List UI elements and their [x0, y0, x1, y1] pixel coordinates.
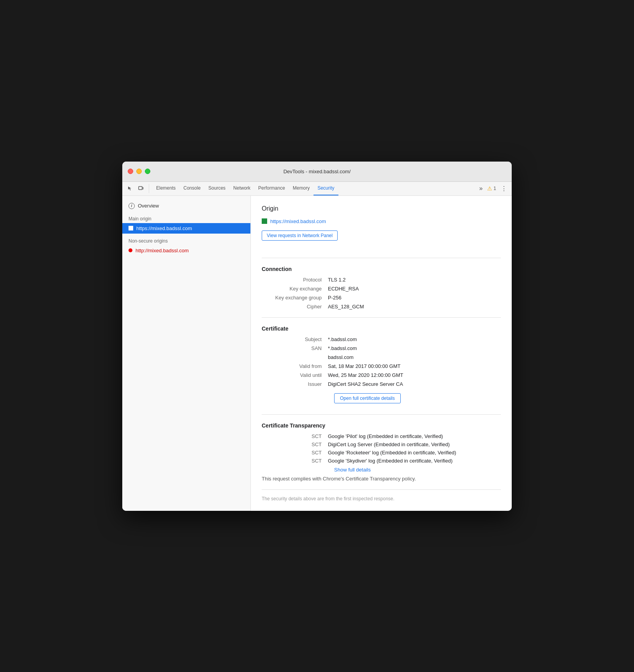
tab-console[interactable]: Console	[180, 182, 204, 195]
transparency-title: Certificate Transparency	[262, 422, 501, 429]
warning-badge[interactable]: ⚠ 1	[487, 185, 496, 192]
san-value-1: *.badssl.com	[328, 345, 357, 351]
san-label-empty	[262, 354, 328, 360]
sct-value-2: DigiCert Log Server (Embedded in certifi…	[328, 442, 450, 447]
traffic-lights	[128, 169, 150, 174]
fullscreen-button[interactable]	[145, 169, 150, 174]
sct-value-4: Google 'Skydiver' log (Embedded in certi…	[328, 458, 453, 464]
toolbar-right: » ⚠ 1 ⋮	[477, 184, 509, 193]
device-icon[interactable]	[136, 184, 146, 193]
toolbar: Elements Console Sources Network Perform…	[122, 182, 512, 196]
san-label: SAN	[262, 345, 328, 351]
cursor-icon[interactable]	[125, 184, 135, 193]
compliance-text: This request complies with Chrome's Cert…	[262, 476, 501, 482]
certificate-section: Certificate Subject *.badssl.com SAN *.b…	[262, 325, 501, 406]
key-exchange-value: ECDHE_RSA	[328, 286, 359, 292]
warning-count: 1	[493, 186, 496, 191]
toolbar-icons	[125, 184, 149, 193]
main-origin-url: https://mixed.badssl.com	[136, 225, 192, 231]
sct-value-3: Google 'Rocketeer' log (Embedded in cert…	[328, 450, 456, 456]
issuer-row: Issuer DigiCert SHA2 Secure Server CA	[262, 381, 501, 387]
sidebar-item-non-secure[interactable]: http://mixed.badssl.com	[122, 245, 250, 256]
tab-performance[interactable]: Performance	[254, 182, 289, 195]
non-secure-url: http://mixed.badssl.com	[136, 248, 189, 253]
key-exchange-row: Key exchange ECDHE_RSA	[262, 286, 501, 292]
overview-label: Overview	[138, 203, 159, 209]
svg-rect-0	[139, 186, 142, 190]
footer-note: The security details above are from the …	[262, 489, 501, 501]
key-exchange-group-value: P-256	[328, 295, 342, 301]
sct-label-4: SCT	[262, 458, 328, 464]
connection-title: Connection	[262, 266, 501, 272]
issuer-value: DigiCert SHA2 Secure Server CA	[328, 381, 403, 387]
san-value-2: badssl.com	[328, 354, 354, 360]
window-title: DevTools - mixed.badssl.com/	[284, 169, 351, 174]
green-square-icon	[262, 218, 267, 224]
connection-section: Connection Protocol TLS 1.2 Key exchange…	[262, 266, 501, 310]
secure-icon	[129, 226, 133, 230]
protocol-label: Protocol	[262, 277, 328, 283]
subject-value: *.badssl.com	[328, 336, 357, 342]
san-row-2: badssl.com	[262, 354, 501, 360]
sct-label-3: SCT	[262, 450, 328, 456]
kebab-menu-button[interactable]: ⋮	[499, 184, 509, 193]
valid-until-label: Valid until	[262, 372, 328, 378]
main-origin-label: Main origin	[122, 211, 250, 223]
subject-label: Subject	[262, 336, 328, 342]
origin-url-link[interactable]: https://mixed.badssl.com	[270, 218, 326, 224]
sct-row-2: SCT DigiCert Log Server (Embedded in cer…	[262, 442, 501, 447]
sct-row-4: SCT Google 'Skydiver' log (Embedded in c…	[262, 458, 501, 464]
issuer-label: Issuer	[262, 381, 328, 387]
insecure-icon	[129, 248, 132, 252]
non-secure-origins-label: Non-secure origins	[122, 234, 250, 245]
view-requests-button[interactable]: View requests in Network Panel	[262, 230, 338, 241]
san-row-1: SAN *.badssl.com	[262, 345, 501, 351]
cipher-row: Cipher AES_128_GCM	[262, 304, 501, 310]
detail-panel: Origin https://mixed.badssl.com View req…	[251, 196, 512, 511]
minimize-button[interactable]	[136, 169, 142, 174]
protocol-row: Protocol TLS 1.2	[262, 277, 501, 283]
more-tabs-button[interactable]: »	[477, 184, 484, 193]
tab-list: Elements Console Sources Network Perform…	[152, 182, 477, 195]
key-exchange-group-row: Key exchange group P-256	[262, 295, 501, 301]
sct-label-2: SCT	[262, 442, 328, 447]
origin-url-row: https://mixed.badssl.com	[262, 218, 501, 224]
divider-certificate	[262, 317, 501, 318]
cipher-label: Cipher	[262, 304, 328, 310]
tab-sources[interactable]: Sources	[204, 182, 229, 195]
sidebar: i Overview Main origin https://mixed.bad…	[122, 196, 251, 511]
cipher-value: AES_128_GCM	[328, 304, 364, 310]
open-certificate-button[interactable]: Open full certificate details	[334, 393, 401, 403]
close-button[interactable]	[128, 169, 133, 174]
tab-memory[interactable]: Memory	[289, 182, 313, 195]
svg-rect-1	[143, 187, 143, 189]
show-full-details-link[interactable]: Show full details	[334, 467, 501, 473]
sidebar-item-main-origin[interactable]: https://mixed.badssl.com	[122, 223, 250, 234]
subject-row: Subject *.badssl.com	[262, 336, 501, 342]
divider-transparency	[262, 414, 501, 415]
devtools-window: DevTools - mixed.badssl.com/ Elements Co…	[122, 162, 512, 511]
sct-row-3: SCT Google 'Rocketeer' log (Embedded in …	[262, 450, 501, 456]
sct-row-1: SCT Google 'Pilot' log (Embedded in cert…	[262, 433, 501, 439]
origin-title: Origin	[262, 205, 501, 212]
valid-until-row: Valid until Wed, 25 Mar 2020 12:00:00 GM…	[262, 372, 501, 378]
protocol-value: TLS 1.2	[328, 277, 346, 283]
warning-icon: ⚠	[487, 185, 492, 192]
info-icon: i	[129, 203, 135, 209]
tab-network[interactable]: Network	[229, 182, 254, 195]
sct-value-1: Google 'Pilot' log (Embedded in certific…	[328, 433, 443, 439]
valid-from-row: Valid from Sat, 18 Mar 2017 00:00:00 GMT	[262, 363, 501, 369]
key-exchange-label: Key exchange	[262, 286, 328, 292]
valid-from-value: Sat, 18 Mar 2017 00:00:00 GMT	[328, 363, 400, 369]
titlebar: DevTools - mixed.badssl.com/	[122, 162, 512, 182]
certificate-title: Certificate	[262, 325, 501, 332]
sidebar-overview[interactable]: i Overview	[122, 201, 250, 211]
sct-label-1: SCT	[262, 433, 328, 439]
main-content: i Overview Main origin https://mixed.bad…	[122, 196, 512, 511]
key-exchange-group-label: Key exchange group	[262, 295, 328, 301]
valid-from-label: Valid from	[262, 363, 328, 369]
tab-security[interactable]: Security	[313, 182, 338, 195]
transparency-section: Certificate Transparency SCT Google 'Pil…	[262, 422, 501, 482]
valid-until-value: Wed, 25 Mar 2020 12:00:00 GMT	[328, 372, 403, 378]
tab-elements[interactable]: Elements	[152, 182, 180, 195]
